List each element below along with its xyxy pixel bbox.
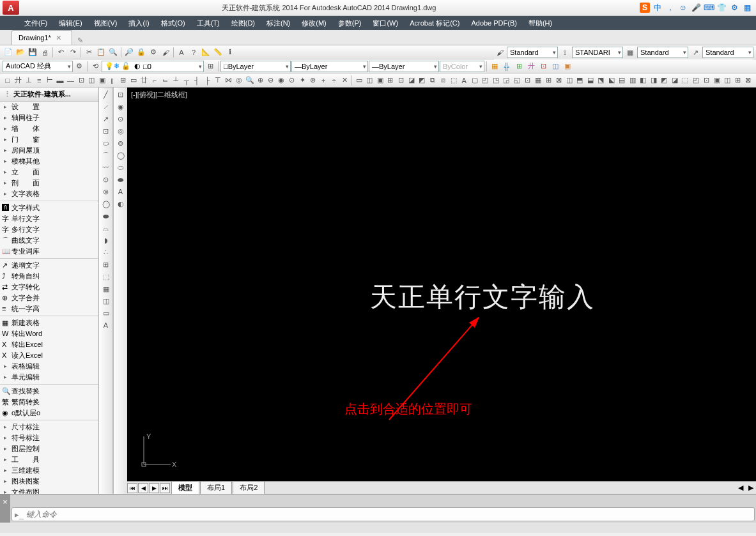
toolbar-icon[interactable]: ⟲ [89,61,101,72]
menu-item[interactable]: Acrobat 标记(C) [405,17,465,29]
toolbar-icon[interactable]: ◪ [406,75,416,86]
panel-item[interactable]: ⌒曲线文字 [0,235,98,246]
layout-tab-model[interactable]: 模型 [171,481,199,494]
menu-item[interactable]: 修改(M) [297,17,332,29]
layout-tab-1[interactable]: 布局1 [200,481,232,494]
menu-item[interactable]: 帮助(H) [523,17,557,29]
ime-s-icon[interactable]: S [640,3,650,13]
draw-tool-icon[interactable]: ⊙ [100,174,112,185]
ime-smile-icon[interactable]: ☺ [678,3,688,13]
layout-prev-icon[interactable]: ◀ [138,483,148,493]
panel-item[interactable]: 单元编辑 [0,372,98,383]
toolbar-icon[interactable]: ÷ [329,75,339,86]
modify-tool-icon[interactable]: ⊙ [115,113,127,125]
toolbar-icon[interactable]: ▣ [375,75,385,86]
toolbar-icon[interactable]: ⊤ [213,75,222,86]
toolbar-icon[interactable]: ◱ [512,75,521,86]
viewport-label[interactable]: [-][俯视][二维线框] [131,90,187,100]
menu-item[interactable]: 编辑(E) [54,17,88,29]
new-tab-icon[interactable]: ✎ [77,36,83,45]
modify-tool-icon[interactable]: ⊡ [115,89,127,100]
color-dropdown[interactable]: □ ByLayer [220,61,291,72]
draw-tool-icon[interactable]: ▭ [100,307,112,319]
toolbar-icon[interactable]: ◪ [670,75,679,86]
plotstyle-dropdown[interactable]: ByColor [440,61,484,72]
dim-icon[interactable]: ⟟ [559,47,571,58]
toolbar-icon[interactable]: ⊖ [266,75,275,86]
toolbar-icon[interactable]: 🔍 [245,75,255,86]
toolbar-icon[interactable]: ◨ [649,75,658,86]
draw-tool-icon[interactable]: ◫ [100,295,112,307]
toolbar-icon[interactable]: ⬚ [449,75,458,86]
panel-item[interactable]: 图块图案 [0,476,98,487]
panel-item[interactable]: 尺寸标注 [0,422,98,433]
ime-grid-icon[interactable]: ▦ [742,3,752,13]
panel-item[interactable]: ⊕文字合并 [0,293,98,303]
toolbar-icon[interactable]: ◩ [659,75,668,86]
toolbar-icon[interactable]: 📐 [200,47,212,58]
toolbar-icon[interactable]: 💾 [27,47,38,58]
toolbar-icon[interactable]: ↶ [55,47,66,58]
draw-tool-icon[interactable]: ◯ [100,198,112,210]
toolbar-icon[interactable]: — [66,75,75,86]
toolbar-icon[interactable]: ℹ [224,47,236,58]
toolbar-icon[interactable]: ┤ [192,75,201,86]
workspace-dropdown[interactable]: AutoCAD 经典 [3,61,73,72]
toolbar-icon[interactable]: ◫ [364,75,374,86]
toolbar-icon[interactable]: ◎ [234,75,243,86]
modify-tool-icon[interactable]: ◐ [115,198,127,210]
toolbar-icon[interactable]: ⚙ [148,47,159,58]
toolbar-icon[interactable]: 廾 [13,75,22,86]
toolbar-icon[interactable]: ⊞ [204,61,216,72]
panel-item[interactable]: 字单行文字 [0,213,98,224]
layer-dropdown[interactable]: 💡❄🔓◐ □ 0 [102,61,204,72]
document-tab[interactable]: Drawing1* × [12,30,72,45]
toolbar-icon[interactable]: ▤ [617,75,627,86]
panel-item[interactable]: 表格编辑 [0,361,98,372]
draw-tool-icon[interactable]: ⊞ [100,259,112,270]
toolbar-icon[interactable]: ≡ [34,75,43,86]
panel-item[interactable]: 楼梯其他 [0,156,98,167]
toolbar-icon[interactable]: ⌙ [160,75,170,86]
toolbar-icon[interactable]: ◫ [722,75,732,86]
toolbar-icon[interactable]: ⌐ [150,75,160,86]
panel-item[interactable]: ↗递增文字 [0,260,98,271]
mleaderstyle-dropdown[interactable]: Standard [702,47,753,58]
ime-comma-icon[interactable]: ， [665,3,675,13]
toolbar-icon[interactable]: ◲ [501,75,511,86]
panel-item[interactable]: 📖专业词库 [0,246,98,257]
toolbar-icon[interactable]: ◩ [417,75,427,86]
toolbar-icon[interactable]: ▥ [628,75,637,86]
tb-icon[interactable]: ⊞ [513,61,525,72]
panel-item[interactable]: 墙 体 [0,123,98,134]
panel-item[interactable]: 剖 面 [0,178,98,188]
toolbar-icon[interactable]: ✦ [298,75,307,86]
toolbar-icon[interactable]: A [176,47,187,58]
command-close-icon[interactable]: × [0,494,10,523]
toolbar-icon[interactable]: ⬒ [575,75,585,86]
modify-tool-icon[interactable]: ⬭ [115,162,127,173]
tb-icon[interactable]: ◫ [550,61,561,72]
panel-item[interactable]: 工 具 [0,454,98,465]
textstyle-dropdown[interactable]: Standard [507,47,558,58]
toolbar-icon[interactable]: ⊡ [396,75,406,86]
app-icon[interactable]: A [3,1,19,15]
brush-icon[interactable]: 🖌 [494,47,505,58]
panel-item[interactable]: 图层控制 [0,443,98,454]
menu-item[interactable]: 插入(I) [123,17,154,29]
command-input[interactable] [26,510,752,519]
panel-item[interactable]: ⤴转角自纠 [0,271,98,282]
toolbar-icon[interactable]: ├ [203,75,212,86]
panel-item[interactable]: 设 置 [0,102,98,112]
panel-item[interactable]: 门 窗 [0,134,98,145]
toolbar-icon[interactable]: ⬚ [680,75,690,86]
ime-cog-icon[interactable]: ⚙ [729,3,739,13]
toolbar-icon[interactable]: ⊞ [733,75,743,86]
draw-tool-icon[interactable]: ⌒ [100,149,112,161]
draw-tool-icon[interactable]: ↗ [100,113,112,125]
toolbar-icon[interactable]: ⫿ [108,75,118,86]
modify-tool-icon[interactable]: A [115,186,127,197]
panel-item[interactable]: 三维建模 [0,465,98,476]
panel-item[interactable]: ◉o默认层o [0,408,98,418]
draw-tool-icon[interactable]: ⊚ [100,186,112,197]
